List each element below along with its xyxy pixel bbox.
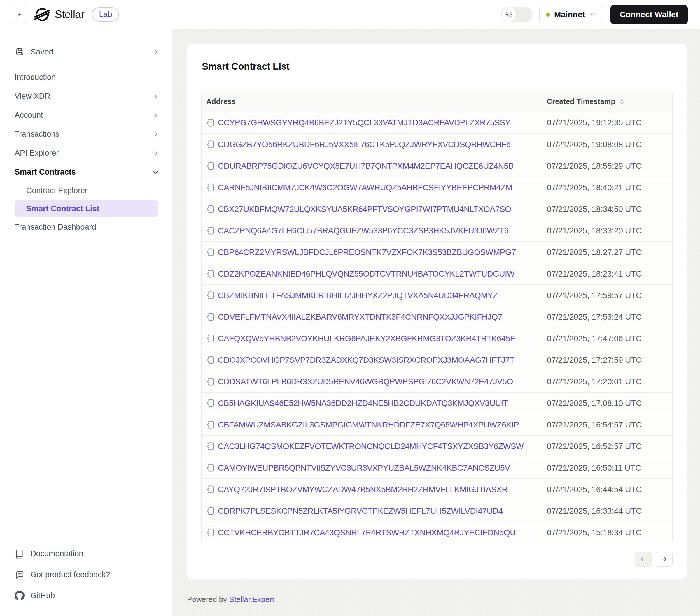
- address-cell: CCYPG7GHWSGYYRQ4B6BEZJ2TY5QCL33VATMJTD3A…: [202, 118, 547, 127]
- contract-icon: [205, 226, 215, 235]
- table-row: CDVEFLFMTNAVX4IIALZKBARV6MRYXTDNTK3F4CNR…: [202, 306, 672, 328]
- table-row: CDDSATWT6LPLB6DR3XZUD5RENV46WGBQPWPSPGI7…: [202, 371, 672, 392]
- sidebar-item-view-xdr[interactable]: View XDR: [0, 87, 172, 106]
- sidebar-item-label: GitHub: [30, 591, 55, 600]
- column-header-address: Address: [202, 97, 547, 106]
- contract-address-link[interactable]: CAFQXQW5YHBNB2VOYKHULKRG6PAJEKY2XBGFKRMG…: [218, 334, 515, 343]
- contract-address-link[interactable]: CDURABRP75GDIOZU6VCYQX5E7UH7B7QNTPXM4M2E…: [218, 162, 514, 171]
- contract-address-link[interactable]: CAC3LHG74QSMOKEZFVOTEWKTRONCNQCLD24MHYCF…: [218, 442, 524, 451]
- contract-address-link[interactable]: CAYQ72JR7ISPTBOZVMYWCZADW47B5NX5BM2RH2ZR…: [218, 485, 508, 494]
- sidebar-item-account[interactable]: Account: [0, 106, 172, 125]
- column-header-label: Created Timestamp: [547, 97, 615, 106]
- contract-address-link[interactable]: CACZPNQ6A4G7LH6CU57BRAQGUFZW533P6YCC3ZSB…: [218, 226, 509, 235]
- column-header-created-timestamp[interactable]: Created Timestamp: [547, 97, 672, 106]
- sidebar-item-label: Transactions: [15, 130, 60, 139]
- sidebar-item-label: Introduction: [15, 73, 56, 82]
- powered-by: Powered by Stellar.Expert: [187, 595, 687, 604]
- sidebar-item-introduction[interactable]: Introduction: [0, 68, 172, 87]
- pagination-next-button[interactable]: [656, 552, 673, 567]
- table-row: CBFAMWUZMSABKGZIL3GSMPGIGMWTNKRHDDFZE7X7…: [202, 414, 672, 435]
- book-icon: [15, 549, 25, 559]
- created-timestamp: 07/21/2025, 16:33:44 UTC: [547, 506, 672, 516]
- address-cell: CBP64CRZ2MYRSWLJBFDCJL6PREOSNTK7VZXFOK7K…: [202, 248, 547, 257]
- contract-address-link[interactable]: CCYPG7GHWSGYYRQ4B6BEZJ2TY5QCL33VATMJTD3A…: [218, 118, 510, 127]
- created-timestamp: 07/21/2025, 18:34:50 UTC: [547, 205, 672, 214]
- sidebar-item-saved[interactable]: Saved: [0, 42, 172, 61]
- chevron-right-icon: [152, 131, 159, 138]
- contract-address-link[interactable]: CDOJXPCOVHGP7SVP7DR3ZADXKQ7D3KSW3ISRXCRO…: [218, 356, 514, 365]
- contract-address-link[interactable]: CDDSATWT6LPLB6DR3XZUD5RENV46WGBQPWPSPGI7…: [218, 377, 513, 386]
- contract-icon: [205, 162, 215, 170]
- created-timestamp: 07/21/2025, 17:08:10 UTC: [547, 399, 672, 408]
- contract-icon: [205, 506, 215, 515]
- sidebar-item-api-explorer[interactable]: API Explorer: [0, 144, 172, 163]
- contract-address-link[interactable]: CDZ2KPOZEANKNIED46PHLQVQNZ55ODTCVTRNU4BA…: [218, 269, 514, 279]
- table-row: CCTVKHCERBYOBTTJR7CA43QSNRL7E4RTSWHZTXNH…: [202, 522, 672, 543]
- sidebar-item-feedback[interactable]: Got product feedback?: [15, 564, 158, 585]
- sidebar-item-documentation[interactable]: Documentation: [15, 543, 158, 564]
- network-select-button[interactable]: Mainnet: [539, 5, 603, 24]
- sidebar-item-github[interactable]: GitHub: [15, 585, 158, 606]
- contract-icon: [205, 442, 215, 451]
- contract-address-link[interactable]: CBX27UKBFMQW72ULQXKSYUA5KR64PFTVSOYGPI7W…: [218, 205, 511, 214]
- contract-icon: [205, 334, 215, 343]
- network-label: Mainnet: [554, 10, 585, 19]
- contract-address-link[interactable]: CDVEFLFMTNAVX4IIALZKBARV6MRYXTDNTK3F4CNR…: [218, 312, 502, 322]
- top-header: Stellar Lab Mainnet Connect Wallet: [0, 0, 700, 29]
- contract-address-link[interactable]: CBP64CRZ2MYRSWLJBFDCJL6PREOSNTK7VZXFOK7K…: [218, 248, 516, 257]
- created-timestamp: 07/21/2025, 18:55:29 UTC: [547, 162, 672, 171]
- sidebar-item-label: Transaction Dashboard: [15, 223, 96, 232]
- contract-icon: [205, 118, 215, 127]
- address-cell: CDURABRP75GDIOZU6VCYQX5E7UH7B7QNTPXM4M2E…: [202, 162, 547, 171]
- contract-address-link[interactable]: CCTVKHCERBYOBTTJR7CA43QSNRL7E4RTSWHZTXNH…: [218, 528, 516, 537]
- address-cell: CACZPNQ6A4G7LH6CU57BRAQGUFZW533P6YCC3ZSB…: [202, 226, 547, 235]
- contract-icon: [205, 356, 215, 364]
- created-timestamp: 07/21/2025, 18:23:41 UTC: [547, 269, 672, 279]
- address-cell: CCTVKHCERBYOBTTJR7CA43QSNRL7E4RTSWHZTXNH…: [202, 528, 547, 537]
- table-row: CBZMIKBNILETFASJMMKLRIBHIEIZJHHYXZ2PJQTV…: [202, 284, 672, 306]
- chevron-right-icon: [152, 112, 159, 119]
- sidebar-item-transaction-dashboard[interactable]: Transaction Dashboard: [0, 218, 172, 236]
- address-cell: CAFQXQW5YHBNB2VOYKHULKRG6PAJEKY2XBGFKRMG…: [202, 334, 547, 343]
- pagination-prev-button[interactable]: [635, 552, 652, 567]
- contract-address-link[interactable]: CBZMIKBNILETFASJMMKLRIBHIEIZJHHYXZ2PJQTV…: [218, 291, 498, 300]
- github-icon: [15, 591, 25, 601]
- address-cell: CBFAMWUZMSABKGZIL3GSMPGIGMWTNKRHDDFZE7X7…: [202, 420, 547, 429]
- arrow-right-icon: [660, 555, 668, 564]
- sidebar-item-transactions[interactable]: Transactions: [0, 125, 172, 144]
- created-timestamp: 07/21/2025, 19:08:08 UTC: [547, 140, 672, 149]
- contract-address-link[interactable]: CARNF5JNIBIICMM7JCK4W6O2OGW7AWRUQZ5AHBFC…: [218, 183, 512, 192]
- contract-address-link[interactable]: CAMOYIWEUPBR5QPNTVII5ZYVC3UR3VXPYUZBAL5W…: [218, 463, 510, 473]
- main-content: Smart Contract List Address Created Time…: [172, 29, 700, 616]
- created-timestamp: 07/21/2025, 17:20:01 UTC: [547, 377, 672, 386]
- created-timestamp: 07/21/2025, 17:27:59 UTC: [547, 356, 672, 365]
- contract-address-link[interactable]: CB5HAGKIUAS46E52HW5NA36DD2HZD4NE5HB2CDUK…: [218, 399, 508, 408]
- contract-icon: [205, 399, 215, 408]
- contract-address-link[interactable]: CBFAMWUZMSABKGZIL3GSMPGIGMWTNKRHDDFZE7X7…: [218, 420, 519, 429]
- brand-link[interactable]: Stellar Lab: [34, 7, 119, 23]
- collapse-sidebar-icon: [14, 11, 23, 18]
- sidebar-collapse-button[interactable]: [10, 6, 27, 23]
- stellar-logo-icon: [34, 7, 50, 23]
- table-row: CDGGZB7YO56RKZUBDF6RJ5VXX5IL76CTK5PJQZJW…: [202, 133, 672, 155]
- theme-toggle[interactable]: [501, 7, 532, 22]
- address-cell: CDOJXPCOVHGP7SVP7DR3ZADXKQ7D3KSW3ISRXCRO…: [202, 356, 547, 365]
- created-timestamp: 07/21/2025, 18:27:27 UTC: [547, 248, 672, 257]
- created-timestamp: 07/21/2025, 16:54:57 UTC: [547, 420, 672, 429]
- sidebar-item-smart-contract-list[interactable]: Smart Contract List: [15, 201, 158, 217]
- created-timestamp: 07/21/2025, 16:50:11 UTC: [547, 463, 672, 473]
- address-cell: CBZMIKBNILETFASJMMKLRIBHIEIZJHHYXZ2PJQTV…: [202, 291, 547, 300]
- connect-wallet-button[interactable]: Connect Wallet: [611, 5, 688, 25]
- sidebar-item-smart-contracts[interactable]: Smart Contracts: [0, 163, 172, 181]
- sidebar-item-label: API Explorer: [15, 149, 59, 158]
- created-timestamp: 07/21/2025, 16:52:57 UTC: [547, 442, 672, 451]
- table-row: CCYPG7GHWSGYYRQ4B6BEZJ2TY5QCL33VATMJTD3A…: [202, 112, 672, 133]
- contract-address-link[interactable]: CDGGZB7YO56RKZUBDF6RJ5VXX5IL76CTK5PJQZJW…: [218, 140, 511, 149]
- contract-icon: [205, 377, 215, 386]
- sidebar-item-contract-explorer[interactable]: Contract Explorer: [0, 181, 172, 200]
- contract-address-link[interactable]: CDRPK7PLSESKCPN5ZRLKTA5IYGRVCTPKEZW5HEFL…: [218, 506, 503, 516]
- contracts-table: Address Created Timestamp CCYPG7GHWSGYYR…: [201, 91, 673, 543]
- table-row: CAYQ72JR7ISPTBOZVMYWCZADW47B5NX5BM2RH2ZR…: [202, 478, 672, 500]
- contract-icon: [205, 248, 215, 257]
- stellar-expert-link[interactable]: Stellar.Expert: [229, 595, 274, 604]
